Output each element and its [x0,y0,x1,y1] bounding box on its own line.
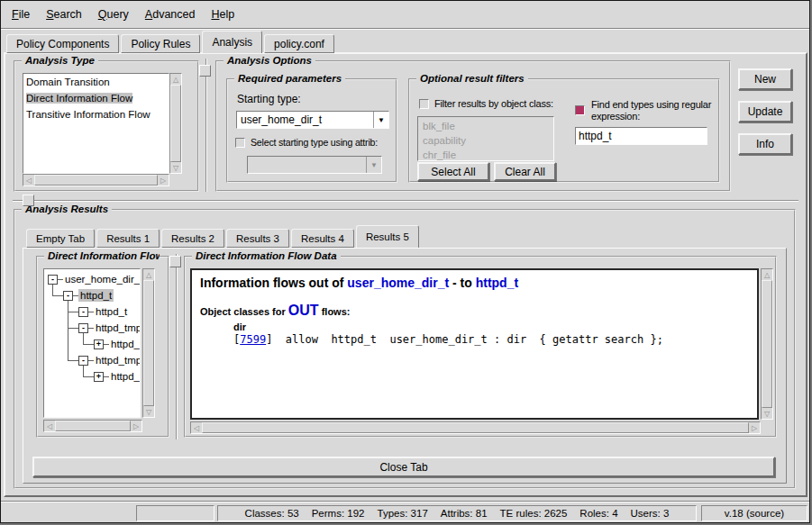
required-parameters-panel: Required parameters Starting type: user_… [226,78,397,183]
flow-tree: - user_home_dir_t - httpd_t - httpd_t - … [43,268,141,418]
scroll-up-icon[interactable]: △ [762,269,772,280]
status-stats-segment: Classes: 53 Perms: 192 Types: 317 Attrib… [217,505,697,521]
analysis-type-hscrollbar[interactable]: ◁ ▷ [23,174,169,186]
list-item[interactable]: Transitive Information Flow [23,106,169,122]
starting-type-combobox[interactable]: user_home_dir_t ▼ [236,111,389,129]
update-button[interactable]: Update [738,101,792,122]
tree-node-label[interactable]: httpd_tmpfs_ [94,354,141,367]
attrib-checkbox[interactable] [235,138,245,148]
filter-by-class-checkbox[interactable] [419,99,429,109]
scroll-thumb[interactable] [170,85,181,162]
regex-checkbox-checked[interactable] [575,105,585,115]
new-button[interactable]: New [738,68,792,90]
tab-analysis[interactable]: Analysis [202,31,262,53]
required-parameters-title: Required parameters [234,73,345,84]
combo-arrow-icon[interactable]: ▼ [373,112,388,128]
tree-node: - user_home_dir_t [48,271,141,287]
scroll-right-icon[interactable]: ▷ [158,175,169,186]
tree-toggle[interactable]: - [48,275,58,285]
tree-vscrollbar[interactable]: △ ▽ [142,268,155,418]
scroll-left-icon[interactable]: ◁ [23,175,34,186]
scroll-down-icon[interactable]: ▽ [170,162,181,173]
menu-file[interactable]: File [12,8,30,21]
menu-query[interactable]: Query [98,8,129,21]
attrib-checkbox-label: Select starting type using attrib: [251,137,378,149]
scroll-thumb[interactable] [202,422,749,433]
tree-node-label[interactable]: httpd_tmp_t [94,321,141,334]
scroll-down-icon[interactable]: ▽ [143,406,154,417]
scroll-left-icon[interactable]: ◁ [44,421,55,431]
tab-policy-components[interactable]: Policy Components [6,34,119,53]
scroll-left-icon[interactable]: ◁ [191,422,202,433]
pane-sash-handle[interactable] [23,195,34,206]
scroll-up-icon[interactable]: △ [143,269,154,280]
tree-toggle[interactable]: + [94,339,104,349]
scroll-thumb[interactable] [55,421,131,431]
close-tab-button[interactable]: Close Tab [32,457,775,477]
data-vscrollbar[interactable]: △ ▽ [761,268,773,420]
flow-tree-title: Direct Information Flow T [44,250,160,261]
stat-perms: Perms: 192 [312,508,365,519]
menu-advanced[interactable]: Advanced [145,8,196,21]
clear-all-button[interactable]: Clear All [494,162,556,181]
tree-connector [68,328,78,329]
tab-results-4[interactable]: Results 4 [291,229,354,248]
object-class-item: chr_file [420,148,553,161]
tab-results-2[interactable]: Results 2 [161,229,224,248]
tree-toggle[interactable]: - [78,307,88,317]
scroll-thumb[interactable] [34,175,158,186]
tab-empty[interactable]: Empty Tab [26,229,95,248]
regex-input[interactable] [575,127,707,145]
rule-number-link[interactable]: 7599 [240,333,266,346]
scroll-right-icon[interactable]: ▷ [749,422,760,433]
data-hscrollbar[interactable]: ◁ ▷ [190,421,761,434]
menu-search[interactable]: Search [46,8,82,21]
flow-data-title: Direct Information Flow Data [192,250,341,261]
info-button[interactable]: Info [738,133,792,155]
tree-node-label-selected[interactable]: httpd_t [78,289,114,302]
select-all-button[interactable]: Select All [417,162,489,181]
starting-type-value: user_home_dir_t [237,113,373,126]
scroll-up-icon[interactable]: △ [170,74,181,85]
list-item[interactable]: Domain Transition [23,74,169,90]
object-classes-line: Object classes for OUT flows: [192,290,757,319]
pane-sash-handle[interactable] [199,65,211,77]
tree-node-label[interactable]: user_home_dir_t [63,273,141,285]
analysis-type-vscrollbar[interactable]: △ ▽ [169,73,182,174]
list-item-selected[interactable]: Direct Information Flow [23,90,169,106]
tab-policy-conf[interactable]: policy.conf [264,34,334,53]
attrib-checkbox-row: Select starting type using attrib: [235,137,394,149]
scroll-thumb[interactable] [143,280,154,406]
tree-toggle[interactable]: + [94,372,104,382]
tree-toggle[interactable]: - [78,323,88,333]
tree-hscrollbar[interactable]: ◁ ▷ [43,420,142,432]
tab-results-3[interactable]: Results 3 [226,229,289,248]
tree-node: - httpd_tmp_t [78,320,141,336]
tree-node-label[interactable]: httpd_t [109,338,141,350]
menu-help[interactable]: Help [211,8,234,21]
policy-version: v.18 (source) [725,508,784,519]
stat-te-rules: TE rules: 2625 [500,508,568,519]
flow-direction: OUT [288,303,319,318]
object-class-listbox-disabled: blk_file capability chr_file [417,116,554,161]
tree-toggle[interactable]: - [63,291,73,301]
tree-node-label[interactable]: httpd_t [109,370,141,383]
scroll-right-icon[interactable]: ▷ [131,421,141,431]
source-type: user_home_dir_t [347,276,449,290]
tree-node: + httpd_t [94,368,141,385]
status-empty-segment [136,505,214,521]
tree-connector [68,301,68,360]
results-sash-handle[interactable] [169,256,181,267]
starting-type-label: Starting type: [237,93,301,105]
scroll-down-icon[interactable]: ▽ [762,408,772,419]
tab-results-1[interactable]: Results 1 [96,229,160,248]
tab-policy-rules[interactable]: Policy Rules [121,34,200,53]
te-rule-line: [7599] allow httpd_t user_home_dir_t : d… [233,333,757,346]
flow-data-text[interactable]: Information flows out of user_home_dir_t… [190,268,759,420]
tree-connector [68,312,78,312]
tree-node-label[interactable]: httpd_t [94,305,129,318]
tab-results-5[interactable]: Results 5 [356,225,419,248]
stat-roles: Roles: 4 [579,508,617,519]
tree-toggle[interactable]: - [78,356,88,366]
scroll-thumb[interactable] [762,280,772,408]
